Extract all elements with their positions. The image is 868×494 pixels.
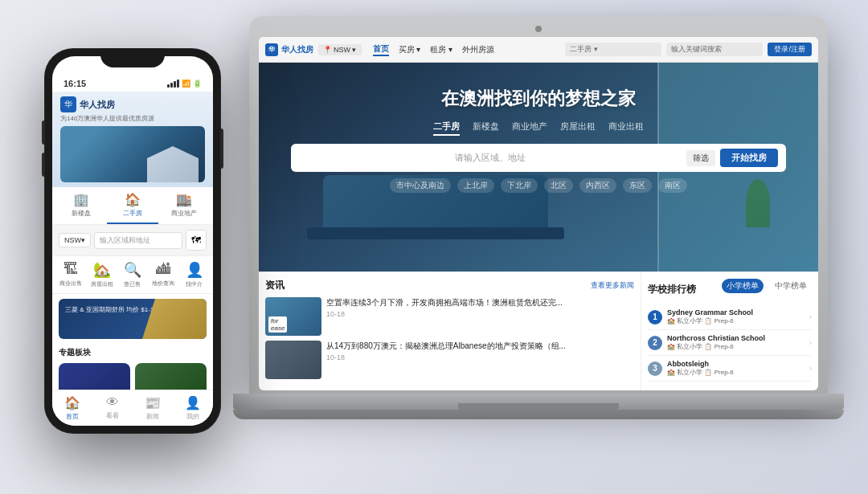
phone-nav-tabs: 🏢 新楼盘 🏠 二手房 🏬 商业地产	[52, 187, 213, 225]
news-date-0: 10-18	[326, 310, 634, 318]
phone-search-input[interactable]: 输入区域和地址	[94, 232, 182, 249]
school-rank-2: 2	[648, 336, 662, 350]
news-headline-0: 空置率连续3个月下滑，开发商拥抱高端市场！澳洲租赁危机还完...	[326, 297, 634, 308]
news-item-1: 从14万到880万澳元：揭秘澳洲总理Albanese的地产投资策略（组... 1…	[265, 341, 634, 379]
hero-section: 在澳洲找到你的梦想之家 二手房 新楼盘 商业地产 房屋出租 商业出租 请输入区域…	[259, 63, 818, 271]
school-name-2: Abbotsleigh	[667, 360, 805, 368]
location-tag-2[interactable]: 下北岸	[501, 178, 538, 193]
browser-keyword-search[interactable]: 输入关键词搜索	[666, 43, 763, 56]
school-tab-secondary[interactable]: 中学榜单	[770, 279, 812, 293]
phone-map-button[interactable]: 🗺	[186, 230, 207, 251]
nav-rent[interactable]: 租房 ▾	[430, 44, 452, 55]
phone-bottom-news[interactable]: 📰 新闻	[133, 394, 173, 423]
school-name-1: Northcross Christian School	[667, 334, 805, 342]
new-listings-icon: 🏢	[73, 192, 89, 207]
phone-body: 16:15 📶 🔋 华 华人找房 为	[44, 48, 221, 434]
news-thumb-1	[265, 341, 321, 379]
phone-bottom-profile[interactable]: 👤 我的	[173, 394, 213, 423]
app-name-label: 华人找房	[281, 44, 313, 55]
hero-search-row[interactable]: 请输入区域、地址 筛选 开始找房	[291, 144, 786, 172]
school-rank-3: 3	[648, 361, 662, 376]
nav-overseas[interactable]: 外州房源	[462, 44, 494, 55]
school-name-0: Sydney Grammar School	[667, 308, 805, 316]
phone-tab-secondhand[interactable]: 🏠 二手房	[107, 187, 158, 224]
sold-search-icon: 🔍	[124, 261, 141, 279]
phone-status-icons: 📶 🔋	[167, 80, 202, 88]
hero-tab-secondhand[interactable]: 二手房	[433, 120, 460, 136]
phone-special-title: 专题板块	[59, 347, 207, 358]
location-tag-5[interactable]: 东区	[623, 178, 652, 193]
phone-bottom-home[interactable]: 🏠 首页	[52, 394, 92, 423]
bottom-news-icon: 📰	[145, 395, 161, 410]
phone-hero-house	[141, 142, 205, 182]
phone-hero-image	[60, 126, 205, 182]
keyword-placeholder: 输入关键词搜索	[671, 45, 722, 53]
browser-right: 二手房 ▾ 输入关键词搜索 登录/注册	[565, 43, 812, 56]
news-date-1: 10-18	[326, 353, 634, 361]
phone-device: 16:15 📶 🔋 华 华人找房 为	[44, 32, 221, 466]
school-header: 学校排行榜 小学榜单 中学榜单	[648, 279, 812, 300]
phone-tab-new-listings[interactable]: 🏢 新楼盘	[55, 187, 107, 224]
hero-title: 在澳洲找到你的梦想之家	[275, 87, 802, 111]
phone-tab-commercial[interactable]: 🏬 商业地产	[158, 187, 210, 224]
location-tag-4[interactable]: 内西区	[579, 178, 616, 193]
secondhand-icon: 🏠	[125, 192, 141, 207]
school-item-2[interactable]: 3 Abbotsleigh 🏫 私立小学 📋 Prep-6 ›	[648, 356, 812, 382]
hero-content: 在澳洲找到你的梦想之家 二手房 新楼盘 商业地产 房屋出租 商业出租 请输入区域…	[259, 63, 818, 206]
hero-tab-new[interactable]: 新楼盘	[473, 120, 499, 136]
phone-location-text: NSW▾	[64, 236, 85, 244]
phone-sec-house-rental[interactable]: 🏡 房屋出租	[86, 259, 117, 290]
nav-home[interactable]: 首页	[373, 43, 389, 56]
hero-search-input[interactable]: 请输入区域、地址	[299, 152, 682, 164]
news-text-0: 空置率连续3个月下滑，开发商拥抱高端市场！澳洲租赁危机还完... 10-18	[326, 297, 634, 336]
bottom-home-icon: 🏠	[64, 395, 80, 410]
school-tab-primary[interactable]: 小学榜单	[722, 279, 764, 293]
map-icon: 🗺	[191, 235, 201, 246]
browser-location[interactable]: 📍 NSW ▾	[318, 44, 362, 55]
school-item-0[interactable]: 1 Sydney Grammar School 🏫 私立小学 📋 Prep-6 …	[648, 304, 812, 330]
laptop-bottom-section: 资讯 查看更多新闻 forease 空置率连续3个月下滑，开发商拥抱高端市场！澳…	[259, 271, 818, 390]
hero-tab-rental[interactable]: 房屋出租	[560, 120, 596, 136]
phone-sec-commercial-sale[interactable]: 🏗 商业出售	[55, 259, 86, 290]
nav-buy[interactable]: 买房 ▾	[399, 44, 421, 55]
phone-tab-new-label: 新楼盘	[72, 209, 91, 218]
phone-ad-banner[interactable]: 三菱 & 亚国期期舒所 均价 $1-10M	[59, 299, 207, 339]
bottom-news-label: 新闻	[146, 412, 159, 421]
login-button[interactable]: 登录/注册	[768, 43, 812, 56]
school-arrow-0: ›	[809, 312, 812, 321]
sold-label: 查已售	[124, 280, 141, 288]
commercial-icon: 🏬	[176, 192, 192, 207]
location-tag-1[interactable]: 上北岸	[457, 178, 494, 193]
school-item-1[interactable]: 2 Northcross Christian School 🏫 私立小学 📋 P…	[648, 330, 812, 356]
phone-sec-agent[interactable]: 👤 找中介	[179, 259, 210, 290]
browser-logo: 华 华人找房	[265, 43, 313, 56]
school-rank-1: 1	[648, 310, 662, 325]
commercial-sale-label: 商业出售	[59, 280, 82, 288]
phone-bottom-browse[interactable]: 👁 看看	[92, 394, 133, 423]
phone-sec-sold[interactable]: 🔍 查已售	[117, 259, 148, 290]
hero-location-tags: 市中心及南边 上北岸 下北岸 北区 内西区 东区 南区	[275, 178, 802, 193]
app-logo-icon: 华	[265, 43, 278, 56]
hero-tab-commercial-rental[interactable]: 商业出租	[608, 120, 644, 136]
hero-cta-button[interactable]: 开始找房	[720, 149, 778, 167]
laptop-body: 华 华人找房 📍 NSW ▾ 首页 买房 ▾ 租房 ▾ 外州房源 二手房 ▾	[249, 16, 828, 394]
news-item-0: forease 空置率连续3个月下滑，开发商拥抱高端市场！澳洲租赁危机还完...…	[265, 297, 634, 336]
location-tag-3[interactable]: 北区	[544, 178, 573, 193]
laptop-base	[233, 394, 844, 410]
agent-icon: 👤	[186, 261, 203, 279]
location-tag-0[interactable]: 市中心及南边	[390, 178, 451, 193]
land-label: 地价查询	[152, 280, 174, 288]
location-tag-6[interactable]: 南区	[658, 178, 687, 193]
school-meta-2: 🏫 私立小学 📋 Prep-6	[667, 368, 805, 377]
news-more-link[interactable]: 查看更多新闻	[591, 280, 634, 291]
phone-sec-land[interactable]: 🏙 地价查询	[148, 259, 178, 290]
phone-tagline: 为140万澳洲华人提供最优质房源	[60, 114, 205, 123]
browser-search-box[interactable]: 二手房 ▾	[565, 43, 661, 56]
phone-location-selector[interactable]: NSW▾	[59, 233, 91, 247]
phone-tab-secondhand-label: 二手房	[123, 209, 142, 218]
news-list: forease 空置率连续3个月下滑，开发商拥抱高端市场！澳洲租赁危机还完...…	[265, 297, 634, 379]
phone-notch	[100, 48, 165, 67]
hero-filter-button[interactable]: 筛选	[686, 150, 715, 166]
hero-tab-commercial[interactable]: 商业地产	[512, 120, 547, 136]
school-meta-0: 🏫 私立小学 📋 Prep-6	[667, 316, 805, 325]
